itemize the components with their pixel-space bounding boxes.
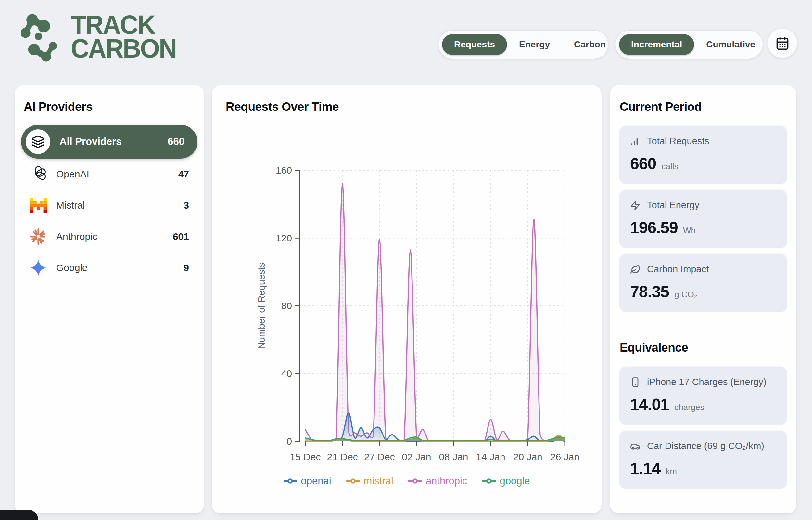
equivalence-title: Equivalence — [620, 341, 787, 355]
sidebar-item-count: 601 — [173, 231, 189, 242]
brand-line2: CARBON — [71, 37, 176, 60]
y-axis-label: Number of Requests — [256, 263, 267, 349]
stat-unit: charges — [674, 402, 704, 412]
stat-card-carbon-impact: Carbon Impact 78.35 g CO₂ — [619, 254, 787, 312]
app-logo: TRACK CARBON — [22, 13, 176, 62]
stat-value: 14.01 — [630, 395, 669, 414]
sidebar-item-count: 9 — [184, 262, 189, 273]
tab-cumulative[interactable]: Cumulative — [694, 34, 767, 55]
requests-over-time-chart: 0408012016015 Dec21 Dec27 Dec02 Jan08 Ja… — [212, 85, 601, 514]
legend-marker-icon — [284, 478, 297, 484]
brand-name: TRACK CARBON — [71, 13, 176, 60]
stat-value: 78.35 — [630, 282, 669, 301]
leaf-icon — [630, 264, 641, 275]
sidebar-item-label: Google — [56, 262, 88, 273]
chart-legend: openai mistral anthropic — [212, 475, 601, 487]
sidebar-item-count: 3 — [184, 200, 189, 211]
providers-title: AI Providers — [24, 100, 204, 114]
openai-logo-icon — [29, 165, 48, 184]
track-carbon-dashboard: TRACK CARBON Requests Energy Carbon Incr… — [0, 0, 812, 520]
background-window-corner — [0, 510, 38, 520]
stat-unit: Wh — [683, 226, 696, 236]
anthropic-starburst-icon — [29, 227, 48, 246]
calendar-icon — [775, 36, 790, 50]
smartphone-icon — [630, 377, 641, 387]
legend-label: google — [500, 475, 530, 487]
bar-chart-icon — [630, 136, 641, 147]
stat-label: Car Distance (69 g CO₂/km) — [647, 441, 764, 451]
chart-panel: Requests Over Time 0408012016015 Dec21 D… — [212, 85, 601, 514]
y-tick-label: 80 — [281, 300, 292, 311]
x-tick-label: 21 Dec — [327, 451, 358, 462]
legend-item-google[interactable]: google — [482, 475, 530, 487]
x-tick-label: 27 Dec — [364, 451, 395, 462]
sidebar-item-count: 660 — [168, 136, 185, 148]
stat-value: 660 — [630, 154, 656, 173]
sidebar-item-label: All Providers — [59, 136, 121, 148]
stat-unit: g CO₂ — [674, 290, 697, 300]
stat-label: iPhone 17 Charges (Energy) — [647, 377, 766, 387]
tab-incremental[interactable]: Incremental — [619, 34, 694, 55]
stat-value: 1.14 — [630, 459, 660, 478]
y-tick-label: 160 — [276, 165, 292, 176]
legend-marker-icon — [346, 478, 360, 484]
stat-card-iphone-charges: iPhone 17 Charges (Energy) 14.01 charges — [619, 366, 787, 425]
logo-molecule-icon — [22, 13, 66, 62]
mode-toggle-group: Incremental Cumulative — [616, 30, 763, 58]
zap-icon — [630, 200, 641, 211]
tab-carbon[interactable]: Carbon — [562, 34, 618, 55]
car-icon — [630, 441, 641, 451]
tab-requests[interactable]: Requests — [442, 34, 507, 55]
sidebar-item-all-providers[interactable]: All Providers 660 — [21, 125, 197, 159]
legend-label: mistral — [364, 475, 393, 487]
x-tick-label: 14 Jan — [476, 451, 505, 462]
y-tick-label: 0 — [286, 436, 292, 446]
layers-icon — [26, 129, 50, 154]
y-tick-label: 40 — [281, 368, 292, 379]
metric-toggle-group: Requests Energy Carbon — [439, 30, 608, 58]
stat-label: Total Requests — [647, 136, 709, 147]
sidebar-item-openai[interactable]: OpenAI 47 — [15, 159, 204, 190]
tab-energy[interactable]: Energy — [507, 34, 562, 55]
legend-item-openai[interactable]: openai — [284, 475, 331, 487]
sidebar-item-google[interactable]: Google 9 — [15, 252, 204, 283]
current-period-title: Current Period — [620, 100, 787, 114]
brand-line1: TRACK — [71, 13, 176, 37]
legend-label: openai — [301, 475, 331, 487]
x-tick-label: 20 Jan — [513, 451, 542, 462]
x-tick-label: 26 Jan — [550, 451, 580, 462]
chart-series — [305, 184, 565, 441]
mistral-logo-icon — [29, 196, 48, 215]
stats-panel: Current Period Total Requests 660 calls … — [610, 85, 796, 514]
x-tick-label: 02 Jan — [402, 451, 431, 462]
stat-value: 196.59 — [630, 218, 678, 237]
stat-unit: calls — [661, 161, 678, 172]
stat-label: Total Energy — [647, 200, 699, 211]
legend-item-anthropic[interactable]: anthropic — [408, 475, 467, 487]
date-range-button[interactable] — [768, 29, 797, 58]
x-tick-label: 08 Jan — [439, 451, 468, 462]
y-tick-label: 120 — [276, 233, 292, 243]
sidebar-item-anthropic[interactable]: Anthropic 601 — [15, 221, 204, 252]
x-tick-label: 15 Dec — [290, 451, 320, 462]
legend-marker-icon — [408, 478, 422, 484]
stat-label: Carbon Impact — [647, 264, 709, 275]
sidebar-item-label: OpenAI — [56, 169, 89, 180]
legend-marker-icon — [482, 478, 496, 484]
sidebar-item-mistral[interactable]: Mistral 3 — [15, 190, 204, 221]
stat-card-total-requests: Total Requests 660 calls — [619, 126, 787, 184]
legend-item-mistral[interactable]: mistral — [346, 475, 393, 487]
sidebar-item-count: 47 — [178, 169, 189, 180]
providers-panel: AI Providers All Providers 660 — [15, 85, 204, 514]
stat-card-car-distance: Car Distance (69 g CO₂/km) 1.14 km — [619, 430, 787, 489]
sidebar-item-label: Mistral — [56, 200, 85, 211]
sidebar-item-label: Anthropic — [56, 231, 97, 242]
google-gemini-icon — [29, 258, 48, 277]
stat-card-total-energy: Total Energy 196.59 Wh — [619, 189, 787, 248]
legend-label: anthropic — [426, 475, 467, 487]
stat-unit: km — [666, 466, 677, 476]
